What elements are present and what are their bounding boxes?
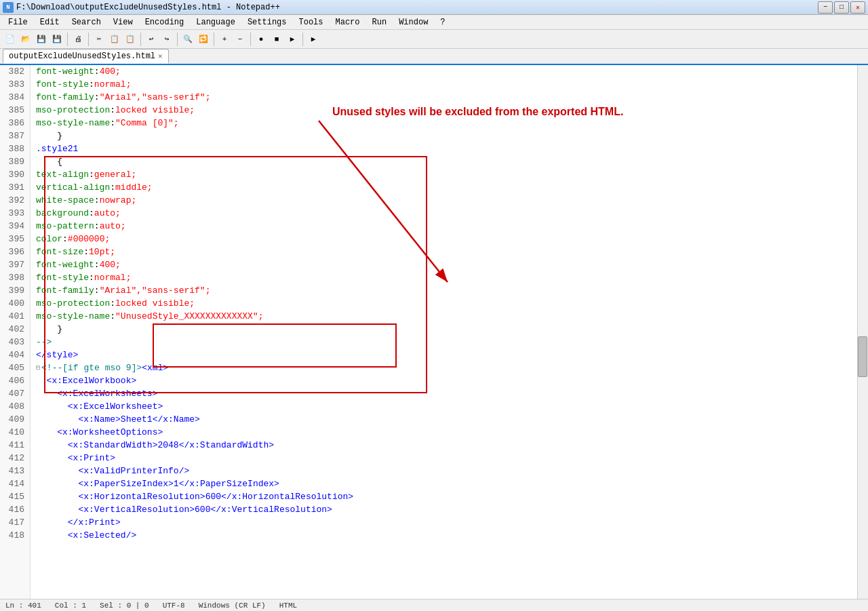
- status-col: Col : 1: [55, 602, 86, 609]
- minimize-button[interactable]: −: [818, 1, 833, 14]
- scroll-thumb[interactable]: [858, 336, 867, 377]
- code-line-409: <x:Name>Sheet1</x:Name>: [36, 413, 852, 426]
- menu-help[interactable]: ?: [435, 16, 450, 28]
- code-line-410: <x:WorksheetOptions>: [36, 426, 852, 439]
- save-button[interactable]: 💾: [34, 32, 49, 47]
- code-line-414: <x:PaperSizeIndex>1</x:PaperSizeIndex>: [36, 477, 852, 490]
- statusbar: Ln : 401 Col : 1 Sel : 0 | 0 UTF-8 Windo…: [0, 599, 868, 608]
- menubar: File Edit Search View Encoding Language …: [0, 15, 868, 30]
- line-numbers: 3823833843853863873883893903913923933943…: [0, 65, 31, 608]
- code-line-400: mso-protection:locked visible;: [36, 297, 852, 310]
- vertical-scrollbar[interactable]: [857, 65, 868, 608]
- code-line-385: mso-protection:locked visible;: [36, 104, 852, 117]
- toolbar-separator-3: [140, 33, 141, 46]
- toolbar-separator-2: [88, 33, 89, 46]
- code-line-418: <x:Selected/>: [36, 529, 852, 542]
- maximize-button[interactable]: □: [834, 1, 849, 14]
- code-line-396: font-size:10pt;: [36, 245, 852, 258]
- toolbar-separator-1: [67, 33, 68, 46]
- titlebar-left: N F:\Download\outputExcludeUnusedStyles.…: [3, 2, 280, 13]
- menu-tools[interactable]: Tools: [293, 16, 328, 28]
- code-line-394: mso-pattern:auto;: [36, 220, 852, 233]
- toolbar: 📄 📂 💾 💾 🖨 ✂ 📋 📋 ↩ ↪ 🔍 🔁 + − ● ■ ▶ ▶: [0, 30, 868, 49]
- code-line-392: white-space:nowrap;: [36, 194, 852, 207]
- fold-marker[interactable]: ⊟: [36, 361, 40, 374]
- code-line-405: ⊟<!--[if gte mso 9]><xml>: [36, 361, 852, 374]
- status-ln: Ln : 401: [5, 602, 41, 609]
- code-line-390: text-align:general;: [36, 168, 852, 181]
- new-button[interactable]: 📄: [3, 32, 18, 47]
- code-line-407: <x:ExcelWorksheets>: [36, 387, 852, 400]
- run-button[interactable]: ▶: [306, 32, 321, 47]
- menu-settings[interactable]: Settings: [242, 16, 292, 28]
- save-all-button[interactable]: 💾: [50, 32, 64, 47]
- menu-run[interactable]: Run: [367, 16, 393, 28]
- tabbar: outputExcludeUnusedStyles.html ✕: [0, 49, 868, 65]
- tab-main-file[interactable]: outputExcludeUnusedStyles.html ✕: [3, 49, 169, 64]
- code-line-402: }: [36, 323, 852, 336]
- code-line-401: mso-style-name:"UnusedStyle_XXXXXXXXXXXX…: [36, 310, 852, 323]
- close-button[interactable]: ✕: [850, 1, 865, 14]
- code-line-397: font-weight:400;: [36, 258, 852, 271]
- code-line-387: }: [36, 130, 852, 142]
- find-button[interactable]: 🔍: [180, 32, 195, 47]
- redo-button[interactable]: ↪: [159, 32, 174, 47]
- menu-search[interactable]: Search: [66, 16, 106, 28]
- cut-button[interactable]: ✂: [92, 32, 106, 47]
- code-line-416: <x:VerticalResolution>600</x:VerticalRes…: [36, 503, 852, 516]
- menu-macro[interactable]: Macro: [330, 16, 366, 28]
- code-line-408: <x:ExcelWorksheet>: [36, 400, 852, 413]
- code-line-399: font-family:"Arial","sans-serif";: [36, 284, 852, 297]
- menu-window[interactable]: Window: [393, 16, 433, 28]
- app-icon: N: [3, 2, 14, 13]
- code-line-413: <x:ValidPrinterInfo/>: [36, 465, 852, 477]
- copy-button[interactable]: 📋: [107, 32, 122, 47]
- print-button[interactable]: 🖨: [71, 32, 85, 47]
- code-line-411: <x:StandardWidth>2048</x:StandardWidth>: [36, 439, 852, 452]
- code-line-391: vertical-align:middle;: [36, 181, 852, 194]
- titlebar: N F:\Download\outputExcludeUnusedStyles.…: [0, 0, 868, 15]
- code-line-388: .style21: [36, 142, 852, 155]
- titlebar-buttons: − □ ✕: [818, 1, 865, 14]
- undo-button[interactable]: ↩: [144, 32, 159, 47]
- code-line-417: </x:Print>: [36, 516, 852, 529]
- code-line-398: font-style:normal;: [36, 271, 852, 284]
- open-button[interactable]: 📂: [18, 32, 33, 47]
- code-line-404: </style>: [36, 349, 852, 361]
- menu-file[interactable]: File: [3, 16, 33, 28]
- code-line-395: color:#000000;: [36, 233, 852, 245]
- editor-area: 3823833843853863873883893903913923933943…: [0, 65, 868, 608]
- status-eol: Windows (CR LF): [199, 602, 266, 609]
- status-encoding: UTF-8: [163, 602, 185, 609]
- toolbar-separator-7: [302, 33, 303, 46]
- code-line-389: {: [36, 155, 852, 168]
- zoom-out-button[interactable]: −: [233, 32, 248, 47]
- replace-button[interactable]: 🔁: [196, 32, 211, 47]
- menu-encoding[interactable]: Encoding: [140, 16, 190, 28]
- menu-view[interactable]: View: [108, 16, 138, 28]
- toolbar-separator-4: [177, 33, 178, 46]
- status-sel: Sel : 0 | 0: [100, 602, 149, 609]
- tab-close-button[interactable]: ✕: [158, 52, 163, 60]
- toolbar-separator-6: [250, 33, 251, 46]
- titlebar-title: F:\Download\outputExcludeUnusedStyles.ht…: [16, 3, 280, 12]
- macro-play-button[interactable]: ▶: [285, 32, 300, 47]
- zoom-in-button[interactable]: +: [217, 32, 232, 47]
- code-line-403: -->: [36, 336, 852, 349]
- status-type: HTML: [279, 602, 297, 609]
- code-line-384: font-family:"Arial","sans-serif";: [36, 91, 852, 104]
- code-line-415: <x:HorizontalResolution>600</x:Horizonta…: [36, 490, 852, 503]
- toolbar-separator-5: [214, 33, 214, 46]
- menu-edit[interactable]: Edit: [35, 16, 65, 28]
- macro-stop-button[interactable]: ■: [269, 32, 284, 47]
- menu-language[interactable]: Language: [191, 16, 241, 28]
- macro-rec-button[interactable]: ●: [254, 32, 269, 47]
- code-line-386: mso-style-name:"Comma [0]";: [36, 117, 852, 130]
- code-line-382: font-weight:400;: [36, 65, 852, 78]
- code-editor[interactable]: font-weight:400; font-style:normal; font…: [31, 65, 857, 608]
- code-line-393: background:auto;: [36, 207, 852, 220]
- tab-label: outputExcludeUnusedStyles.html: [9, 52, 155, 61]
- code-line-383: font-style:normal;: [36, 78, 852, 91]
- paste-button[interactable]: 📋: [123, 32, 138, 47]
- code-line-406: <x:ExcelWorkbook>: [36, 374, 852, 387]
